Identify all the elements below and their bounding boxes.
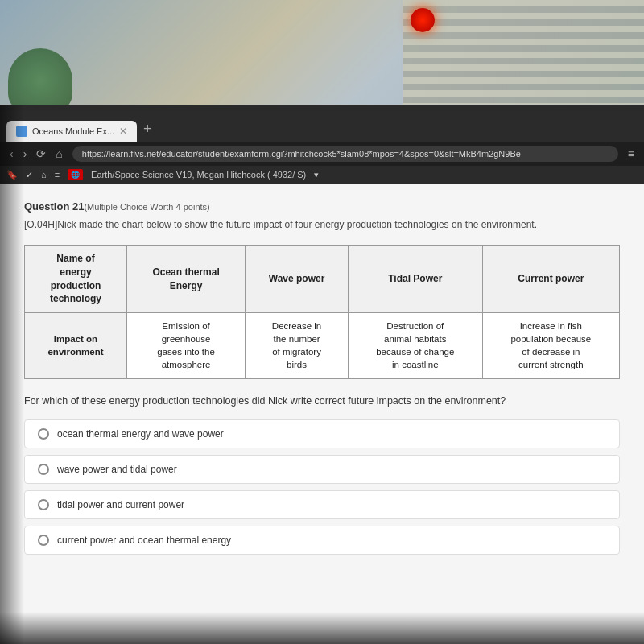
address-bar: ‹ › ⟳ ⌂ ≡ xyxy=(0,142,644,166)
radio-b[interactable] xyxy=(38,464,49,475)
toolbar-icon-bookmarks: 🔖 xyxy=(6,170,18,180)
flvs-logo: 🌐 xyxy=(68,169,83,180)
comparison-table: Name ofenergyproductiontechnology Ocean … xyxy=(24,245,620,379)
answer-option-b[interactable]: wave power and tidal power xyxy=(24,455,620,484)
toolbar-icon-menu: ≡ xyxy=(55,170,60,180)
answer-label-d: current power and ocean thermal energy xyxy=(57,535,231,546)
table-header-wave: Wave power xyxy=(246,246,349,313)
nav-controls: ‹ › ⟳ ⌂ xyxy=(6,146,66,162)
toolbar-icon-check: ✓ xyxy=(26,170,33,180)
table-header-tidal: Tidal Power xyxy=(348,246,482,313)
table-cell-tidal-impact: Destruction ofanimal habitatsbecause of … xyxy=(348,313,482,378)
radio-a[interactable] xyxy=(38,428,49,440)
red-light xyxy=(411,8,435,32)
browser-tab-active[interactable]: Oceans Module Ex... ✕ xyxy=(6,121,137,142)
home-button[interactable]: ⌂ xyxy=(52,146,65,162)
tab-favicon xyxy=(16,126,27,137)
table-cell-ocean-impact: Emission ofgreenhousegases into theatmos… xyxy=(126,313,245,378)
window-blinds xyxy=(402,0,644,113)
answer-label-b: wave power and tidal power xyxy=(57,464,177,475)
answer-option-c[interactable]: tidal power and current power xyxy=(24,490,620,519)
radio-d[interactable] xyxy=(38,535,49,546)
back-button[interactable]: ‹ xyxy=(6,146,17,162)
table-header-name: Name ofenergyproductiontechnology xyxy=(25,246,127,313)
answer-label-a: ocean thermal energy and wave power xyxy=(57,428,224,440)
menu-button[interactable]: ≡ xyxy=(625,146,638,162)
toolbar-bar: 🔖 ✓ ⌂ ≡ 🌐 Earth/Space Science V19, Megan… xyxy=(0,166,644,184)
table-cell-current-impact: Increase in fishpopulation becauseof dec… xyxy=(482,313,619,378)
toolbar-dropdown-icon: ▾ xyxy=(314,170,319,180)
answer-option-a[interactable]: ocean thermal energy and wave power xyxy=(24,419,620,448)
monitor-frame: Oceans Module Ex... ✕ + ‹ › ⟳ ⌂ ≡ 🔖 ✓ ⌂ … xyxy=(0,105,644,644)
room-background xyxy=(0,0,644,113)
toolbar-course-label: Earth/Space Science V19, Megan Hitchcock… xyxy=(91,170,306,180)
page-content: Question 21(Multiple Choice Worth 4 poin… xyxy=(0,184,644,644)
answer-option-d[interactable]: current power and ocean thermal energy xyxy=(24,526,620,555)
toolbar-icon-home: ⌂ xyxy=(41,170,47,180)
tab-close-icon[interactable]: ✕ xyxy=(119,126,127,137)
forward-button[interactable]: › xyxy=(20,146,31,162)
refresh-button[interactable]: ⟳ xyxy=(33,146,49,162)
tab-bar: Oceans Module Ex... ✕ + xyxy=(0,116,644,142)
question-prompt: [O.04H]Nick made the chart below to show… xyxy=(24,217,620,232)
radio-c[interactable] xyxy=(38,499,49,510)
url-input[interactable] xyxy=(72,146,618,162)
table-header-ocean: Ocean thermalEnergy xyxy=(126,246,245,313)
tab-label: Oceans Module Ex... xyxy=(32,126,114,136)
answer-label-c: tidal power and current power xyxy=(57,499,184,510)
question-title: Question 21(Multiple Choice Worth 4 poin… xyxy=(24,200,620,213)
table-header-current: Current power xyxy=(482,246,619,313)
plant-decoration xyxy=(8,48,72,113)
table-row-header-impact: Impact onenvironment xyxy=(25,313,127,378)
table-cell-wave-impact: Decrease inthe numberof migratorybirds xyxy=(246,313,349,378)
browser-chrome: Oceans Module Ex... ✕ + ‹ › ⟳ ⌂ ≡ 🔖 ✓ ⌂ … xyxy=(0,111,644,184)
new-tab-button[interactable]: + xyxy=(137,121,159,138)
followup-question: For which of these energy production tec… xyxy=(24,394,620,409)
